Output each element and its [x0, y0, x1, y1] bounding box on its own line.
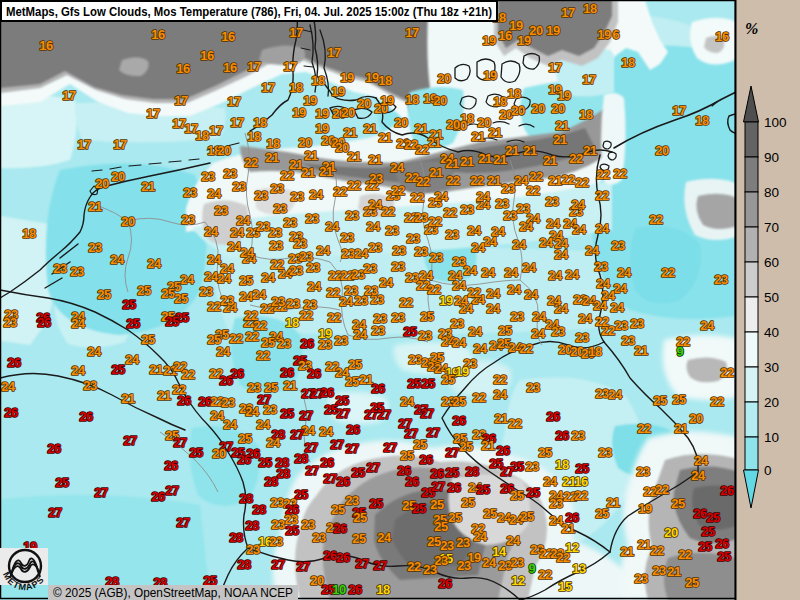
svg-text:25: 25 [55, 475, 69, 490]
svg-text:25: 25 [701, 524, 715, 539]
svg-text:25: 25 [111, 362, 125, 377]
svg-text:19: 19 [331, 84, 345, 99]
svg-text:22: 22 [181, 367, 195, 382]
svg-text:24: 24 [261, 270, 276, 285]
svg-text:15: 15 [558, 579, 572, 594]
svg-text:23: 23 [270, 181, 284, 196]
svg-text:24: 24 [230, 225, 245, 240]
svg-text:24: 24 [256, 417, 271, 432]
svg-text:0: 0 [764, 463, 772, 478]
svg-text:24: 24 [352, 317, 367, 332]
svg-text:24: 24 [481, 265, 496, 280]
svg-text:27: 27 [299, 408, 313, 423]
svg-text:19: 19 [597, 27, 611, 42]
svg-text:23: 23 [271, 517, 285, 532]
svg-text:21: 21 [674, 421, 688, 436]
svg-text:20: 20 [551, 101, 565, 116]
svg-text:27: 27 [48, 505, 62, 520]
svg-text:50: 50 [764, 290, 779, 305]
svg-text:20: 20 [446, 117, 460, 132]
svg-text:27: 27 [305, 463, 319, 478]
svg-text:24: 24 [125, 352, 140, 367]
svg-text:23: 23 [183, 185, 197, 200]
svg-text:25: 25 [441, 372, 455, 387]
svg-text:23: 23 [214, 203, 228, 218]
svg-text:24: 24 [1, 379, 16, 394]
svg-text:21: 21 [471, 129, 485, 144]
svg-text:21: 21 [553, 132, 567, 147]
svg-text:23: 23 [363, 261, 377, 276]
svg-text:25: 25 [520, 509, 534, 524]
svg-text:23: 23 [525, 459, 539, 474]
svg-text:24: 24 [493, 387, 508, 402]
svg-text:22: 22 [326, 285, 340, 300]
svg-text:23: 23 [199, 284, 213, 299]
svg-text:20: 20 [531, 101, 545, 116]
svg-text:23: 23 [598, 445, 612, 460]
svg-text:23: 23 [450, 316, 464, 331]
svg-text:100: 100 [764, 115, 787, 130]
svg-text:60: 60 [764, 255, 779, 270]
svg-text:24: 24 [700, 318, 715, 333]
svg-text:17: 17 [672, 103, 686, 118]
svg-text:24: 24 [543, 474, 558, 489]
svg-text:23: 23 [289, 263, 303, 278]
svg-text:23: 23 [510, 555, 524, 570]
svg-text:22: 22 [561, 172, 575, 187]
svg-text:25: 25 [400, 448, 414, 463]
svg-text:21: 21 [343, 125, 357, 140]
svg-text:26: 26 [405, 474, 419, 489]
svg-text:25: 25 [672, 392, 686, 407]
svg-text:24: 24 [482, 555, 497, 570]
svg-text:20: 20 [121, 214, 135, 229]
svg-text:24: 24 [547, 293, 562, 308]
svg-text:22: 22 [470, 173, 484, 188]
svg-text:26: 26 [333, 521, 347, 536]
svg-text:23: 23 [594, 259, 608, 274]
svg-text:26: 26 [323, 548, 337, 563]
svg-text:23: 23 [369, 171, 383, 186]
svg-text:25: 25 [348, 357, 362, 372]
svg-text:25: 25 [717, 549, 731, 564]
svg-text:21: 21 [555, 118, 569, 133]
svg-text:20: 20 [357, 96, 371, 111]
svg-text:26: 26 [555, 428, 569, 443]
svg-text:24: 24 [691, 468, 706, 483]
svg-text:16: 16 [715, 29, 729, 44]
svg-text:27: 27 [94, 485, 108, 500]
svg-text:17: 17 [62, 88, 76, 103]
svg-text:19: 19 [638, 501, 652, 516]
svg-text:23: 23 [501, 181, 515, 196]
svg-text:16: 16 [574, 474, 588, 489]
svg-text:17: 17 [283, 59, 297, 74]
svg-text:18: 18 [266, 136, 280, 151]
svg-text:23: 23 [423, 562, 437, 577]
svg-text:25: 25 [403, 324, 417, 339]
svg-text:24: 24 [325, 219, 340, 234]
svg-text:23: 23 [418, 328, 432, 343]
svg-text:20: 20 [529, 23, 543, 38]
svg-text:23: 23 [368, 240, 382, 255]
svg-text:19: 19 [517, 33, 531, 48]
svg-text:27: 27 [173, 435, 187, 450]
svg-text:25: 25 [352, 531, 366, 546]
svg-text:24: 24 [400, 394, 415, 409]
svg-text:23: 23 [391, 259, 405, 274]
svg-text:26: 26 [300, 336, 314, 351]
svg-text:22: 22 [256, 348, 270, 363]
svg-text:22: 22 [655, 482, 669, 497]
svg-text:22: 22 [613, 166, 627, 181]
svg-text:20: 20 [394, 115, 408, 130]
svg-text:21: 21 [488, 125, 502, 140]
svg-text:22: 22 [596, 167, 610, 182]
svg-text:21: 21 [620, 544, 634, 559]
svg-text:22: 22 [650, 543, 664, 558]
svg-text:12: 12 [511, 573, 525, 588]
svg-text:22: 22 [244, 308, 258, 323]
svg-text:24: 24 [539, 235, 554, 250]
svg-text:21: 21 [283, 378, 297, 393]
svg-text:22: 22 [415, 142, 429, 157]
svg-text:24: 24 [593, 298, 608, 313]
svg-text:90: 90 [764, 150, 779, 165]
svg-text:23: 23 [414, 244, 428, 259]
